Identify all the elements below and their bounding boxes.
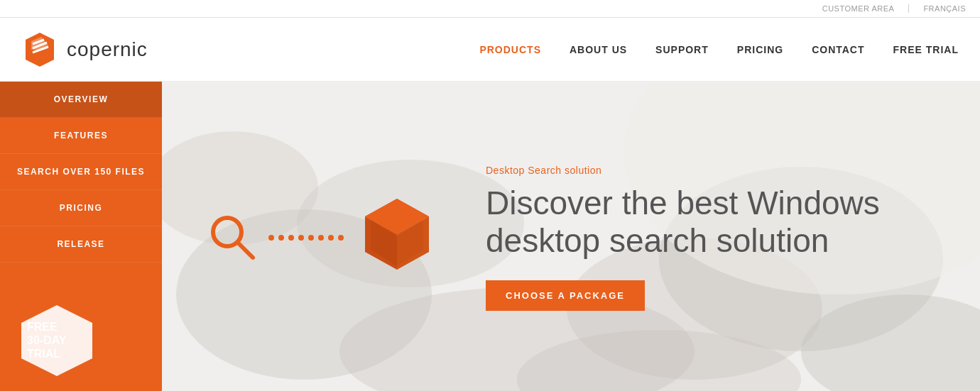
svg-line-17 [238,243,253,258]
logo-text: copernic [67,38,148,61]
hero-content: Desktop Search solution Discover the bes… [162,82,980,391]
dot-5 [308,235,314,241]
page-body: OVERVIEW FEATURES SEARCH OVER 150 FILES … [0,82,980,391]
hero-title: Discover the best Windows desktop search… [486,185,937,260]
badge-text: FREE 30-DAY TRIAL [27,320,66,361]
dot-1 [268,235,274,241]
sidebar-item-pricing[interactable]: PRICING [0,190,162,226]
customer-area-link[interactable]: CUSTOMER AREA [822,4,895,13]
nav-products[interactable]: PRODUCTS [479,44,541,55]
utility-divider [908,4,909,13]
sidebar-item-features[interactable]: FEATURES [0,118,162,154]
header: copernic PRODUCTS ABOUT US SUPPORT PRICI… [0,18,980,82]
dot-8 [338,235,344,241]
logo[interactable]: copernic [21,31,148,68]
choose-package-button[interactable]: CHOOSE A PACKAGE [486,280,645,311]
dot-4 [298,235,304,241]
product-box-icon [351,192,443,284]
dots-connector [268,235,344,241]
dot-3 [288,235,294,241]
sidebar-item-release[interactable]: RELEASE [0,226,162,263]
nav-contact[interactable]: CONTACT [812,44,864,55]
hero-illustration [205,192,443,284]
nav-pricing[interactable]: PRICING [737,44,783,55]
main-nav: PRODUCTS ABOUT US SUPPORT PRICING CONTAC… [479,44,959,55]
hero-text: Desktop Search solution Discover the bes… [486,165,937,312]
francais-link[interactable]: FRANÇAIS [923,4,966,13]
dot-7 [328,235,334,241]
sidebar-item-overview[interactable]: OVERVIEW [0,82,162,118]
badge-hexagon: FREE 30-DAY TRIAL [14,302,99,380]
sidebar: OVERVIEW FEATURES SEARCH OVER 150 FILES … [0,82,162,391]
dot-2 [278,235,284,241]
nav-free-trial[interactable]: FREE TRIAL [893,44,959,55]
dot-6 [318,235,324,241]
free-trial-badge: FREE 30-DAY TRIAL [0,287,162,391]
utility-bar: CUSTOMER AREA FRANÇAIS [0,0,980,18]
logo-icon [21,31,58,68]
nav-about-us[interactable]: ABOUT US [570,44,627,55]
search-hero-icon [205,209,261,266]
sidebar-item-search-files[interactable]: SEARCH OVER 150 FILES [0,154,162,190]
nav-support[interactable]: SUPPORT [655,44,709,55]
hero-subtitle: Desktop Search solution [486,165,937,176]
sidebar-nav: OVERVIEW FEATURES SEARCH OVER 150 FILES … [0,82,162,263]
hero-section: Desktop Search solution Discover the bes… [162,82,980,391]
